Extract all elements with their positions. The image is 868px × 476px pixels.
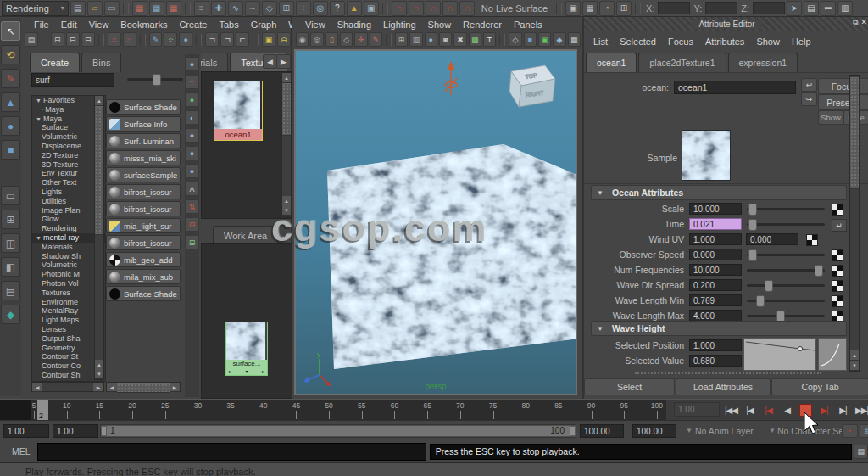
textured-cube-icon[interactable]: ◆ [553,32,565,47]
node-connectors[interactable]: ▸▾▸ [226,368,267,375]
attr-slider-time[interactable] [747,223,825,226]
rotate-tool[interactable]: ● [1,116,20,136]
step-forward-frame-button[interactable]: ▶| [834,402,852,419]
range-slider[interactable]: 1 100 [100,424,576,438]
pane-split-icon[interactable]: ⊟ [81,32,95,47]
four-pane-layout[interactable]: ⊞ [1,210,20,229]
auto-keyframe-icon[interactable]: ▪ [842,424,858,438]
attr-field-wind-uv[interactable] [689,233,742,245]
scroll-right-icon[interactable]: ▶ [170,383,180,392]
scroll-right-icon[interactable]: ▶ [93,383,103,392]
help-icon[interactable]: ? [330,1,345,16]
copy-tab-button[interactable]: Copy Tab [771,378,868,395]
select-tool[interactable]: ↖ [1,21,20,41]
ocean-plane[interactable] [313,132,577,382]
create-bar-icon[interactable]: ✎ [149,32,163,47]
axis-field-x[interactable] [658,2,690,14]
select-hierarchy-icon[interactable]: ▦ [132,1,147,16]
viewport-3d-view[interactable]: TOP RIGHT y [294,49,577,395]
tree-hscrollbar[interactable]: ◀ ▶ [31,382,104,392]
notes-icon[interactable]: ▤ [25,32,38,47]
tab-materials[interactable]: rials [201,53,228,72]
scroll-up-icon[interactable]: ▲ [850,350,859,361]
paint-select-tool[interactable]: ✎ [1,69,20,88]
ramp-curve-preview[interactable] [818,338,847,371]
section-ocean-attributes[interactable]: ▼Ocean Attributes [591,185,847,200]
script-editor-icon[interactable]: ▤ [854,445,868,459]
viewport-menu-show[interactable]: Show [422,19,458,31]
maya-logo[interactable]: ◆ [1,305,20,324]
render-swatch-icon[interactable]: ● [185,92,199,107]
viewport-menu-renderer[interactable]: Renderer [457,19,508,31]
preferences-icon[interactable]: ▤ [860,424,868,438]
grid-next-icon[interactable]: ⁙ [123,32,136,47]
pane-bottom-icon[interactable]: ⊟ [66,32,80,47]
attr-slider-num-frequencies[interactable] [747,269,825,272]
filter2-icon[interactable]: ⊞ [185,235,199,249]
sphere3-swatch-icon[interactable]: ● [185,146,199,160]
nodes-hscrollbar[interactable]: ◀ ▶ [106,382,181,392]
attr-field-selected-position[interactable] [689,339,742,351]
scroll-left-icon[interactable]: ◀ [107,383,117,392]
command-line-mode[interactable]: MEL [12,446,31,456]
animation-end-field[interactable] [632,424,676,438]
select-component-icon[interactable]: ▦ [166,1,181,16]
checker-cube-icon[interactable]: ▦ [568,32,581,47]
open-scene-icon[interactable]: ▱ [87,1,103,16]
pane-top-icon[interactable]: ⊟ [51,32,64,47]
scroll-down-icon[interactable]: ▼ [95,369,103,379]
attr-field-num-frequencies[interactable] [689,264,742,276]
inout-connections-icon[interactable]: ⊐ [220,32,234,47]
scroll-up-icon[interactable]: ▲ [282,73,291,83]
viewport-menu-view[interactable]: View [299,19,331,31]
play-backwards-button[interactable]: ◀ [778,402,796,419]
joints-icon[interactable]: ◎ [313,1,328,16]
attr-field2-wind-uv[interactable] [746,233,798,245]
swatch-scrollbar[interactable]: ▲ ▲ ▼ [281,72,292,216]
grid-toggle-icon[interactable]: ⊞ [395,32,408,47]
attr-slider-wave-length-max[interactable] [747,315,825,317]
attr-field-wave-dir-spread[interactable] [689,279,742,291]
sphere-swatch-icon[interactable]: ◐ [185,110,199,125]
save-scene-icon[interactable]: ▭ [104,1,120,16]
sphere2-swatch-icon[interactable]: ● [185,128,199,143]
create-node-bifrost-isosur[interactable]: bifrost_isosur [106,201,181,216]
menu-bookmarks[interactable]: Bookmarks [114,19,173,31]
go-to-start-button[interactable]: |◀◀ [722,402,740,419]
current-time-field[interactable]: 1.00 [674,402,720,417]
work-area-node[interactable]: surface... ▸▾▸ [225,322,268,376]
camera-attrs-icon[interactable]: ◎ [310,32,323,47]
attr-field-wave-length-min[interactable] [689,294,742,306]
create-node-misss-mia-ski[interactable]: misss_mia_ski [106,150,181,165]
create-node-mia-light-sur[interactable]: mia_light_sur [106,218,181,233]
lock-icon[interactable]: ▲ [347,1,362,16]
render-current-icon[interactable]: ▦ [582,1,598,16]
tab-bins[interactable]: Bins [81,53,121,72]
reflection-icon[interactable]: ◇ [262,1,277,16]
wave-height-ramp[interactable] [743,338,816,371]
select-object-icon[interactable]: ▦ [149,1,164,16]
attr-field-time[interactable] [689,218,742,230]
lights-icon[interactable]: ✖ [453,32,466,47]
attr-slider-scale[interactable] [747,208,825,210]
chevron-down-icon[interactable]: ▼ [769,427,776,434]
attr-field-scale[interactable] [689,203,742,215]
2d-pan-icon[interactable]: ✛ [354,32,367,47]
viewport-menu-lighting[interactable]: Lighting [377,19,422,31]
graph-materials-icon[interactable]: ⁘ [164,32,177,47]
chevron-down-icon[interactable]: ▼ [686,427,693,434]
attr-slider-observer-speed[interactable] [747,254,825,256]
highlight-icon[interactable]: ≡ [194,1,209,16]
section-wave-height[interactable]: ▼Wave Height [591,321,847,336]
scroll-down-icon[interactable]: ▼ [282,205,291,216]
highlight-sel-icon[interactable]: ▣ [364,1,379,16]
menu-edit[interactable]: Edit [55,19,83,31]
timeline-ruler[interactable]: 5101520253035404550556065707580859095100… [0,400,666,421]
render-view-icon[interactable]: ▣ [565,1,581,16]
clear-graph-icon[interactable]: ⊖ [277,32,291,47]
curve-icon[interactable]: ∿ [228,1,243,16]
character-set-selector[interactable]: No Character Set [777,426,846,436]
viewport-menu-shading[interactable]: Shading [331,19,377,31]
menu-file[interactable]: File [28,19,55,31]
list-view-icon[interactable]: ⁘ [185,75,199,89]
